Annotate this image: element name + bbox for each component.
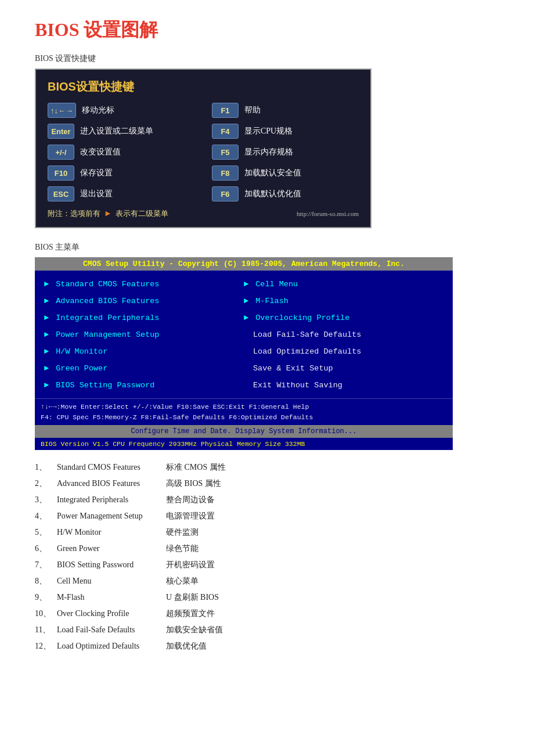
list-item: 6、 Green Power 绿色节能 (35, 541, 499, 557)
main-menu-label: BIOS 主菜单 (35, 242, 499, 253)
bios-footer1-line1: ↑↓←→:Move Enter:Select +/-/:Value F10:Sa… (41, 402, 447, 412)
shortcut-grid: ↑↓←→ 移动光标 Enter 进入设置或二级菜单 +/-/ 改变设置值 F10… (48, 103, 359, 201)
desc-num: 8、 (35, 573, 52, 589)
shortcut-row: +/-/ 改变设置值 (48, 145, 194, 160)
desc-val: U 盘刷新 BIOS (166, 589, 219, 606)
key-badge: F6 (212, 186, 239, 201)
desc-key: H/W Monitor (57, 524, 161, 541)
list-item: 2、 Advanced BIOS Features 高级 BIOS 属性 (35, 476, 499, 492)
shortcut-row: Enter 进入设置或二级菜单 (48, 124, 194, 139)
list-item: 9、 M-Flash U 盘刷新 BIOS (35, 589, 499, 606)
desc-key: BIOS Setting Password (57, 557, 161, 573)
desc-num: 9、 (35, 589, 52, 606)
key-label: 改变设置值 (80, 147, 121, 157)
shortcut-row: F6 加载默认优化值 (212, 186, 359, 201)
bios-body: ► Standard CMOS Features ► Advanced BIOS… (35, 271, 453, 398)
shortcut-row: F8 加载默认安全值 (212, 165, 359, 181)
key-badge: +/-/ (48, 145, 74, 160)
bios-item: ► Cell Menu (244, 280, 443, 289)
desc-val: 超频预置文件 (166, 606, 215, 622)
list-item: 3、 Integrated Peripherals 整合周边设备 (35, 492, 499, 508)
list-item: 7、 BIOS Setting Password 开机密码设置 (35, 557, 499, 573)
desc-key: Over Clocking Profile (57, 606, 161, 622)
desc-num: 5、 (35, 524, 52, 541)
desc-num: 12、 (35, 638, 52, 654)
bios-footer1-line2: F4: CPU Spec F5:Memory-Z F8:Fail-Safe De… (41, 412, 447, 423)
list-item: 10、 Over Clocking Profile 超频预置文件 (35, 606, 499, 622)
bios-item: ► M-Flash (244, 297, 443, 305)
key-badge: ESC (48, 186, 74, 201)
desc-key: M-Flash (57, 589, 161, 606)
desc-num: 11、 (35, 622, 52, 638)
desc-key: Standard CMOS Features (57, 459, 161, 476)
list-item: 12、 Load Optimized Defaults 加载优化值 (35, 638, 499, 654)
page-title: BIOS 设置图解 (35, 17, 499, 43)
desc-val: 加载优化值 (166, 638, 207, 654)
bios-item: ► Integrated Peripherals (44, 314, 244, 322)
shortcut-note: 附注：选项前有 ► 表示有二级菜单 http://forum-so.msi.co… (48, 208, 359, 219)
bios-item: Load Fail-Safe Defaults (244, 330, 443, 339)
key-label: 退出设置 (80, 189, 113, 199)
key-badge: F1 (212, 103, 239, 118)
bios-item: ► Standard CMOS Features (44, 280, 244, 289)
bios-item: ► BIOS Setting Password (44, 381, 244, 390)
desc-val: 开机密码设置 (166, 557, 215, 573)
desc-val: 整合周边设备 (166, 492, 215, 508)
desc-num: 10、 (35, 606, 52, 622)
bios-item: Load Optimized Defaults (244, 347, 443, 356)
note-text2: 表示有二级菜单 (116, 208, 168, 219)
note-arrow-icon: ► (104, 209, 112, 218)
desc-num: 1、 (35, 459, 52, 476)
key-badge: ↑↓←→ (48, 103, 76, 118)
key-label: 显示内存规格 (244, 147, 293, 157)
bios-col-right: ► Cell Menu ► M-Flash ► Overclocking Pro… (244, 280, 443, 393)
bios-footer2: Configure Time and Date. Display System … (35, 425, 453, 438)
list-item: 8、 Cell Menu 核心菜单 (35, 573, 499, 589)
desc-val: 硬件监测 (166, 524, 199, 541)
bios-item: ► Overclocking Profile (244, 314, 443, 322)
bios-header: CMOS Setup Utility - Copyright (C) 1985-… (35, 257, 453, 271)
list-item: 4、 Power Management Setup 电源管理设置 (35, 508, 499, 524)
desc-key: Advanced BIOS Features (57, 476, 161, 492)
shortcut-box-title: BIOS设置快捷键 (48, 79, 359, 95)
list-item: 1、 Standard CMOS Features 标准 CMOS 属性 (35, 459, 499, 476)
shortcut-row: ↑↓←→ 移动光标 (48, 103, 194, 118)
shortcut-box: BIOS设置快捷键 ↑↓←→ 移动光标 Enter 进入设置或二级菜单 +/-/… (35, 69, 371, 228)
desc-num: 3、 (35, 492, 52, 508)
desc-val: 加载安全缺省值 (166, 622, 223, 638)
desc-val: 高级 BIOS 属性 (166, 476, 221, 492)
note-text: 附注：选项前有 (48, 208, 100, 219)
shortcut-row: ESC 退出设置 (48, 186, 194, 201)
bios-item: ► Green Power (44, 364, 244, 373)
key-badge: Enter (48, 124, 74, 139)
bios-item: ► Power Management Setup (44, 330, 244, 339)
desc-val: 核心菜单 (166, 573, 199, 589)
key-badge: F8 (212, 165, 239, 181)
bios-item: Save & Exit Setup (244, 364, 443, 373)
desc-list: 1、 Standard CMOS Features 标准 CMOS 属性 2、 … (35, 459, 499, 654)
list-item: 5、 H/W Monitor 硬件监测 (35, 524, 499, 541)
desc-num: 2、 (35, 476, 52, 492)
key-label: 保存设置 (80, 168, 113, 178)
shortcut-row: F5 显示内存规格 (212, 145, 359, 160)
key-label: 显示CPU规格 (244, 126, 293, 136)
desc-key: Power Management Setup (57, 508, 161, 524)
shortcut-col-right: F1 帮助 F4 显示CPU规格 F5 显示内存规格 F8 加载默认安全值 F6… (212, 103, 359, 201)
key-badge: F10 (48, 165, 74, 181)
bios-footer3: BIOS Version V1.5 CPU Frequency 2933MHz … (35, 438, 453, 450)
shortcut-row: F1 帮助 (212, 103, 359, 118)
shortcut-row: F10 保存设置 (48, 165, 194, 181)
bios-item: Exit Without Saving (244, 381, 443, 390)
shortcut-row: F4 显示CPU规格 (212, 124, 359, 139)
desc-val: 绿色节能 (166, 541, 199, 557)
shortcut-url: http://forum-so.msi.com (297, 210, 359, 217)
shortcut-section-label: BIOS 设置快捷键 (35, 53, 499, 64)
desc-val: 标准 CMOS 属性 (166, 459, 226, 476)
bios-footer1: ↑↓←→:Move Enter:Select +/-/:Value F10:Sa… (35, 398, 453, 425)
bios-col-left: ► Standard CMOS Features ► Advanced BIOS… (44, 280, 244, 393)
key-label: 进入设置或二级菜单 (80, 126, 153, 136)
key-label: 加载默认优化值 (244, 189, 301, 199)
key-label: 移动光标 (82, 105, 114, 116)
key-label: 加载默认安全值 (244, 168, 301, 178)
desc-key: Integrated Peripherals (57, 492, 161, 508)
